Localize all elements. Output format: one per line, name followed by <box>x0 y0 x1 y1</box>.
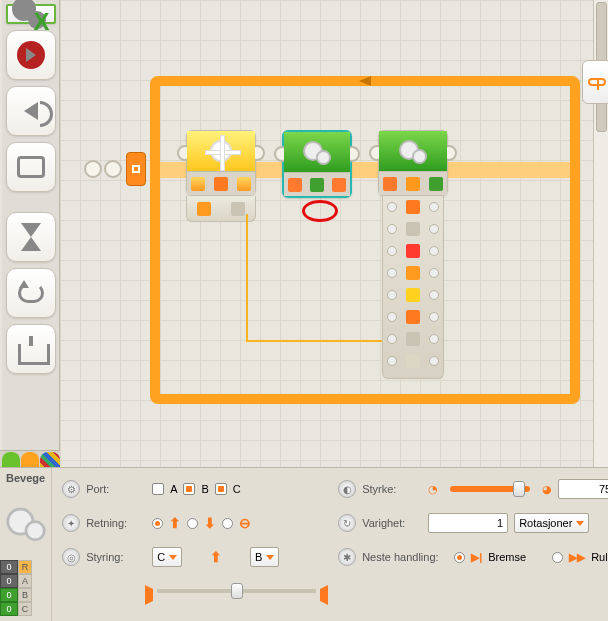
annotation-circle <box>302 200 338 222</box>
power-icon: ◐ <box>338 480 356 498</box>
port-letter: A <box>18 574 32 588</box>
field-duration: ↻ Varighet: 1 Rotasjoner <box>338 508 608 538</box>
field-label: Neste handling: <box>362 551 448 563</box>
param-icon <box>406 177 420 191</box>
config-title: Bevege <box>0 468 51 488</box>
datahub-row[interactable] <box>383 218 443 240</box>
param-icon <box>288 178 302 192</box>
direction-radio-down[interactable] <box>187 518 198 529</box>
hub-plug-right[interactable] <box>429 334 439 344</box>
port-checkbox-c[interactable] <box>215 483 227 495</box>
palette-display-block[interactable] <box>6 142 56 192</box>
hub-plug-left[interactable] <box>387 268 397 278</box>
param-icon <box>237 177 251 191</box>
slider-thumb[interactable] <box>231 583 243 599</box>
datahub-row[interactable] <box>383 284 443 306</box>
direction-radio-up[interactable] <box>152 518 163 529</box>
steering-left-label: C <box>157 551 165 563</box>
field-port: ⚙ Port: A B C <box>62 474 322 504</box>
hub-plug-left[interactable] <box>387 224 397 234</box>
steering-left-motor-select[interactable]: C <box>152 547 182 567</box>
datahub-row[interactable] <box>383 350 443 372</box>
steering-right-motor-select[interactable]: B <box>250 547 279 567</box>
sequence-start[interactable] <box>84 148 154 190</box>
start-block[interactable] <box>126 152 146 186</box>
config-panel: Bevege 0R 0A 0B 0C ⚙ Port: A B C ◐ Styrk… <box>0 467 608 621</box>
port-checkbox-b[interactable] <box>183 483 195 495</box>
loop-container[interactable] <box>150 76 580 404</box>
port-letter: R <box>18 560 32 574</box>
datahub-row[interactable] <box>383 328 443 350</box>
datahub-row[interactable] <box>383 240 443 262</box>
data-wire[interactable] <box>246 214 248 342</box>
config-block-summary: Bevege 0R 0A 0B 0C <box>0 468 52 621</box>
hub-plug-right[interactable] <box>429 246 439 256</box>
coast-icon: ▶▶ <box>569 551 585 564</box>
hub-plug-left[interactable] <box>387 312 397 322</box>
field-next-action: ✱ Neste handling: ▶| Bremse ▶▶ Rulle <box>338 542 608 572</box>
palette-wait-block[interactable] <box>6 212 56 262</box>
hub-plug-right[interactable] <box>429 356 439 366</box>
light-icon <box>210 140 232 162</box>
palette-gear-block[interactable]: X <box>6 4 56 24</box>
light-sensor-block[interactable]: 3 <box>186 130 256 196</box>
hub-plug-right[interactable] <box>429 268 439 278</box>
palette-tab-custom[interactable] <box>40 452 60 468</box>
datahub-row[interactable] <box>383 306 443 328</box>
field-label: Port: <box>86 483 146 495</box>
port-opt-label: C <box>233 483 241 495</box>
port-checkbox-a[interactable] <box>152 483 164 495</box>
slider-thumb[interactable] <box>513 481 525 497</box>
datahub-row[interactable] <box>383 196 443 218</box>
program-canvas[interactable]: 3 C B C B <box>60 0 608 467</box>
move-block-datahub[interactable] <box>382 196 444 379</box>
direction-radio-stop[interactable] <box>222 518 233 529</box>
palette-sound-block[interactable] <box>6 86 56 136</box>
port-value: 0 <box>0 588 18 602</box>
power-input[interactable]: 75 <box>558 479 608 499</box>
loop-arrow-icon <box>359 76 371 86</box>
hub-param-icon <box>406 288 420 302</box>
hub-param-icon <box>406 266 420 280</box>
palette-loop-block[interactable] <box>6 268 56 318</box>
field-label: Styrke: <box>362 483 422 495</box>
hub-plug-left[interactable] <box>387 334 397 344</box>
field-direction: ✦ Retning: ⬆ ⬇ ⊖ <box>62 508 322 538</box>
duration-icon: ↻ <box>338 514 356 532</box>
duration-unit-select[interactable]: Rotasjoner <box>514 513 589 533</box>
next-radio-coast[interactable] <box>552 552 563 563</box>
move-block-selected[interactable]: C B <box>282 130 352 198</box>
port-feedback: 0R 0A 0B 0C <box>0 560 51 616</box>
beam-peg <box>104 160 122 178</box>
duration-input[interactable]: 1 <box>428 513 508 533</box>
palette-tab-complete[interactable] <box>21 452 39 468</box>
hub-plug-right[interactable] <box>429 312 439 322</box>
field-label: Styring: <box>86 551 146 563</box>
hub-plug-left[interactable] <box>387 202 397 212</box>
power-slider[interactable] <box>450 486 530 492</box>
palette-tab-common[interactable] <box>2 452 20 468</box>
next-radio-brake[interactable] <box>454 552 465 563</box>
gauge-low-icon: ◔ <box>428 483 438 496</box>
hub-plug-right[interactable] <box>429 202 439 212</box>
move-block[interactable]: C B <box>378 130 448 196</box>
param-icon <box>429 177 443 191</box>
hub-plug-right[interactable] <box>429 290 439 300</box>
data-wire[interactable] <box>246 340 396 342</box>
config-block-icon <box>0 488 51 558</box>
palette-play-block[interactable] <box>6 30 56 80</box>
field-steering-slider <box>62 576 322 606</box>
loop-end-block[interactable] <box>582 60 608 104</box>
next-action-icon: ✱ <box>338 548 356 566</box>
duration-unit-label: Rotasjoner <box>519 517 572 529</box>
hub-plug-left[interactable] <box>387 356 397 366</box>
hub-plug-left[interactable] <box>387 246 397 256</box>
palette-switch-block[interactable] <box>6 324 56 374</box>
field-steering: ◎ Styring: C ⬆ B <box>62 542 322 572</box>
hub-plug-right[interactable] <box>429 224 439 234</box>
port-value: 0 <box>0 574 18 588</box>
steering-slider[interactable] <box>157 589 316 593</box>
hub-plug-left[interactable] <box>387 290 397 300</box>
steering-icon: ◎ <box>62 548 80 566</box>
datahub-row[interactable] <box>383 262 443 284</box>
